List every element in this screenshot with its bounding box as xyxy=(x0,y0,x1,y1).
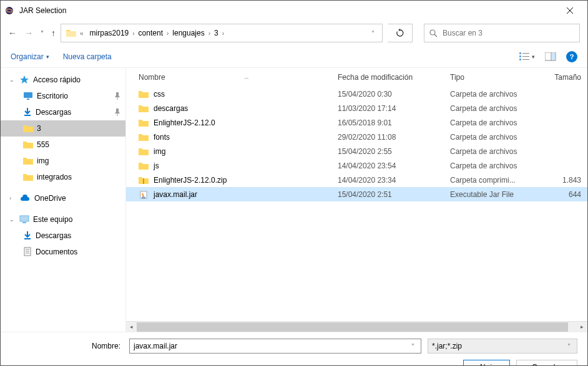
open-label: Abrir xyxy=(479,363,494,366)
folder-icon xyxy=(139,147,149,157)
recent-dropdown[interactable]: ˅ xyxy=(41,30,44,37)
filter-label: *.jar;*.zip xyxy=(432,342,565,350)
tree-item-img[interactable]: img xyxy=(1,153,125,169)
breadcrumb-segment[interactable]: mirpas2019 xyxy=(87,27,132,39)
folder-icon xyxy=(23,140,33,149)
svg-rect-15 xyxy=(24,92,32,98)
tree-item-documentos[interactable]: Documentos xyxy=(1,244,125,260)
tree-item-label: Escritorio xyxy=(37,92,68,100)
tree-item-label: Documentos xyxy=(36,248,77,256)
breadcrumb-segment[interactable]: lenguajes xyxy=(170,27,207,39)
tree-item-label: Este equipo xyxy=(33,215,72,224)
file-row[interactable]: img15/04/2020 2:55Carpeta de archivos xyxy=(126,144,587,158)
folder-icon xyxy=(66,28,76,38)
pin-icon xyxy=(114,92,120,100)
tree-item-integrados[interactable]: integrados xyxy=(1,169,125,185)
close-button[interactable] xyxy=(556,1,584,20)
folder-icon xyxy=(23,157,33,165)
file-row[interactable]: fonts29/02/2020 11:08Carpeta de archivos xyxy=(126,130,587,144)
file-row[interactable]: descargas11/03/2020 17:14Carpeta de arch… xyxy=(126,101,587,115)
breadcrumb-dropdown[interactable]: ˅ xyxy=(369,27,377,39)
file-row[interactable]: EnlighterJS-2.12.016/05/2018 9:01Carpeta… xyxy=(126,115,587,130)
filetype-filter[interactable]: *.jar;*.zip ˅ xyxy=(428,339,577,354)
file-name: fonts xyxy=(154,133,170,142)
col-type[interactable]: Tipo xyxy=(450,73,544,82)
file-name: js xyxy=(154,161,159,170)
file-size: 1.843 xyxy=(544,176,587,185)
tree-item-3[interactable]: 3 xyxy=(1,120,125,137)
file-date: 11/03/2020 17:14 xyxy=(338,104,450,113)
expand-icon[interactable]: ⌄ xyxy=(9,77,16,83)
chevron-right-icon[interactable]: › xyxy=(207,30,212,37)
tree-item-label: Descargas xyxy=(36,231,71,240)
search-icon xyxy=(429,29,438,37)
tree-item-label: Descargas xyxy=(36,108,71,117)
expand-icon[interactable]: › xyxy=(9,195,16,201)
organize-menu[interactable]: Organizar ▾ xyxy=(11,52,49,61)
dl-icon xyxy=(23,107,32,117)
refresh-button[interactable] xyxy=(388,24,413,42)
breadcrumb-segment[interactable]: 3 xyxy=(212,27,221,39)
file-row[interactable]: EnlighterJS-2.12.0.zip14/04/2020 23:34Ca… xyxy=(126,173,587,187)
back-button[interactable]: ← xyxy=(8,28,17,38)
col-date[interactable]: Fecha de modificación xyxy=(338,73,450,82)
col-name[interactable]: Nombre xyxy=(139,73,165,82)
file-row[interactable]: javax.mail.jar15/04/2020 2:51Executable … xyxy=(126,187,587,201)
file-row[interactable]: js14/04/2020 23:54Carpeta de archivos xyxy=(126,158,587,173)
folder-icon xyxy=(139,161,149,171)
folder-icon xyxy=(139,104,149,113)
search-box[interactable] xyxy=(424,24,580,42)
tree-item-acceso-rápido[interactable]: ⌄Acceso rápido xyxy=(1,72,125,88)
organize-label: Organizar xyxy=(11,52,44,61)
column-headers[interactable]: Nombre︿ Fecha de modificación Tipo Tamañ… xyxy=(126,68,587,87)
file-name: javax.mail.jar xyxy=(154,190,197,199)
breadcrumb-root-chevron[interactable]: « xyxy=(79,30,85,37)
search-input[interactable] xyxy=(443,29,574,37)
col-size[interactable]: Tamaño xyxy=(544,73,587,82)
eclipse-icon xyxy=(4,6,14,16)
svg-rect-21 xyxy=(22,222,26,223)
doc-icon xyxy=(23,247,32,257)
pc-icon xyxy=(19,215,29,224)
horizontal-scrollbar[interactable]: ◂ ▸ xyxy=(126,321,587,332)
file-date: 15/04/2020 2:55 xyxy=(338,147,450,156)
jar-icon xyxy=(139,190,149,200)
expand-icon[interactable]: ⌄ xyxy=(9,216,16,223)
cloud-icon xyxy=(19,195,31,202)
chevron-right-icon[interactable]: › xyxy=(221,30,225,37)
scroll-thumb[interactable] xyxy=(137,322,568,332)
navigation-tree[interactable]: ⌄Acceso rápidoEscritorioDescargas3555img… xyxy=(1,68,125,332)
help-button[interactable]: ? xyxy=(566,51,577,62)
tree-item-este-equipo[interactable]: ⌄Este equipo xyxy=(1,211,125,228)
svg-rect-8 xyxy=(519,59,521,60)
filename-dropdown-icon[interactable]: ˅ xyxy=(409,343,417,350)
breadcrumb-segment[interactable]: content xyxy=(136,27,165,39)
tree-item-555[interactable]: 555 xyxy=(1,137,125,153)
file-row[interactable]: css15/04/2020 0:30Carpeta de archivos xyxy=(126,87,587,101)
open-button[interactable]: Abrir xyxy=(463,360,510,366)
new-folder-button[interactable]: Nueva carpeta xyxy=(63,52,112,61)
cancel-button[interactable]: Cancelar xyxy=(516,360,577,366)
scroll-right-button[interactable]: ▸ xyxy=(577,322,587,332)
chevron-right-icon[interactable]: › xyxy=(131,30,135,37)
up-button[interactable]: ↑ xyxy=(51,28,56,38)
tree-item-onedrive[interactable]: ›OneDrive xyxy=(1,190,125,206)
breadcrumb[interactable]: « mirpas2019›content›lenguajes›3› ˅ xyxy=(61,24,383,42)
tree-item-descargas[interactable]: Descargas xyxy=(1,228,125,244)
filename-combobox[interactable]: ˅ xyxy=(129,339,421,354)
folder-icon xyxy=(139,89,149,99)
scroll-left-button[interactable]: ◂ xyxy=(126,322,137,332)
dl-icon xyxy=(23,231,32,241)
file-list[interactable]: css15/04/2020 0:30Carpeta de archivosdes… xyxy=(126,87,587,321)
tree-item-escritorio[interactable]: Escritorio xyxy=(1,88,125,104)
preview-pane-button[interactable] xyxy=(545,52,556,61)
file-date: 14/04/2020 23:54 xyxy=(338,161,450,170)
view-details-button[interactable]: ▾ xyxy=(519,52,535,61)
forward-button: → xyxy=(24,28,33,38)
tree-item-descargas[interactable]: Descargas xyxy=(1,104,125,120)
filter-dropdown-icon[interactable]: ˅ xyxy=(565,343,573,350)
file-size: 644 xyxy=(544,190,587,199)
filename-input[interactable] xyxy=(134,342,409,350)
svg-rect-20 xyxy=(20,216,29,221)
filename-label: Nombre: xyxy=(11,342,123,350)
